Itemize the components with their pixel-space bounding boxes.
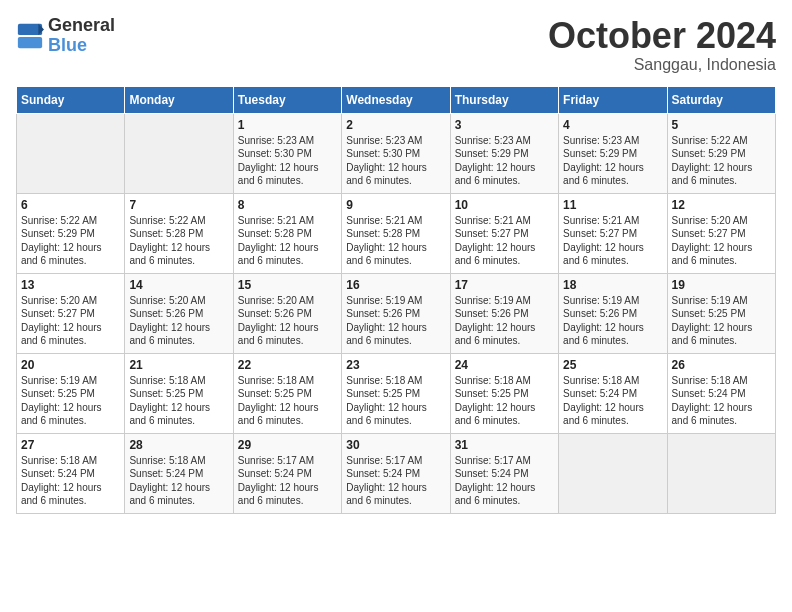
calendar-cell: [17, 113, 125, 193]
day-number: 15: [238, 278, 337, 292]
calendar-cell: 31Sunrise: 5:17 AM Sunset: 5:24 PM Dayli…: [450, 433, 558, 513]
day-number: 8: [238, 198, 337, 212]
day-info: Sunrise: 5:17 AM Sunset: 5:24 PM Dayligh…: [238, 454, 337, 508]
day-number: 26: [672, 358, 771, 372]
day-number: 24: [455, 358, 554, 372]
day-number: 7: [129, 198, 228, 212]
day-number: 25: [563, 358, 662, 372]
calendar-cell: 2Sunrise: 5:23 AM Sunset: 5:30 PM Daylig…: [342, 113, 450, 193]
day-number: 28: [129, 438, 228, 452]
day-info: Sunrise: 5:19 AM Sunset: 5:26 PM Dayligh…: [455, 294, 554, 348]
logo-line1: General: [48, 16, 115, 36]
day-header: Wednesday: [342, 86, 450, 113]
calendar-cell: 16Sunrise: 5:19 AM Sunset: 5:26 PM Dayli…: [342, 273, 450, 353]
calendar-week-row: 27Sunrise: 5:18 AM Sunset: 5:24 PM Dayli…: [17, 433, 776, 513]
calendar-cell: 17Sunrise: 5:19 AM Sunset: 5:26 PM Dayli…: [450, 273, 558, 353]
page-header: General Blue October 2024 Sanggau, Indon…: [16, 16, 776, 74]
day-info: Sunrise: 5:17 AM Sunset: 5:24 PM Dayligh…: [455, 454, 554, 508]
day-number: 10: [455, 198, 554, 212]
day-number: 11: [563, 198, 662, 212]
day-number: 1: [238, 118, 337, 132]
calendar-cell: 22Sunrise: 5:18 AM Sunset: 5:25 PM Dayli…: [233, 353, 341, 433]
calendar-cell: 5Sunrise: 5:22 AM Sunset: 5:29 PM Daylig…: [667, 113, 775, 193]
month-title: October 2024: [548, 16, 776, 56]
calendar-cell: 30Sunrise: 5:17 AM Sunset: 5:24 PM Dayli…: [342, 433, 450, 513]
header-row: SundayMondayTuesdayWednesdayThursdayFrid…: [17, 86, 776, 113]
calendar-cell: 6Sunrise: 5:22 AM Sunset: 5:29 PM Daylig…: [17, 193, 125, 273]
calendar-cell: [667, 433, 775, 513]
day-info: Sunrise: 5:20 AM Sunset: 5:27 PM Dayligh…: [672, 214, 771, 268]
calendar-week-row: 20Sunrise: 5:19 AM Sunset: 5:25 PM Dayli…: [17, 353, 776, 433]
day-number: 3: [455, 118, 554, 132]
day-info: Sunrise: 5:23 AM Sunset: 5:30 PM Dayligh…: [346, 134, 445, 188]
calendar-cell: 18Sunrise: 5:19 AM Sunset: 5:26 PM Dayli…: [559, 273, 667, 353]
day-number: 18: [563, 278, 662, 292]
calendar-cell: 20Sunrise: 5:19 AM Sunset: 5:25 PM Dayli…: [17, 353, 125, 433]
day-info: Sunrise: 5:17 AM Sunset: 5:24 PM Dayligh…: [346, 454, 445, 508]
day-info: Sunrise: 5:19 AM Sunset: 5:26 PM Dayligh…: [346, 294, 445, 348]
day-info: Sunrise: 5:21 AM Sunset: 5:27 PM Dayligh…: [563, 214, 662, 268]
day-info: Sunrise: 5:18 AM Sunset: 5:24 PM Dayligh…: [672, 374, 771, 428]
logo-text: General Blue: [48, 16, 115, 56]
day-info: Sunrise: 5:20 AM Sunset: 5:26 PM Dayligh…: [129, 294, 228, 348]
day-number: 13: [21, 278, 120, 292]
day-number: 14: [129, 278, 228, 292]
calendar-cell: 11Sunrise: 5:21 AM Sunset: 5:27 PM Dayli…: [559, 193, 667, 273]
calendar-cell: 27Sunrise: 5:18 AM Sunset: 5:24 PM Dayli…: [17, 433, 125, 513]
calendar-week-row: 1Sunrise: 5:23 AM Sunset: 5:30 PM Daylig…: [17, 113, 776, 193]
day-number: 21: [129, 358, 228, 372]
day-header: Monday: [125, 86, 233, 113]
day-info: Sunrise: 5:23 AM Sunset: 5:29 PM Dayligh…: [563, 134, 662, 188]
day-info: Sunrise: 5:19 AM Sunset: 5:25 PM Dayligh…: [21, 374, 120, 428]
day-number: 12: [672, 198, 771, 212]
calendar-cell: [559, 433, 667, 513]
calendar-cell: 12Sunrise: 5:20 AM Sunset: 5:27 PM Dayli…: [667, 193, 775, 273]
day-info: Sunrise: 5:21 AM Sunset: 5:28 PM Dayligh…: [238, 214, 337, 268]
day-info: Sunrise: 5:18 AM Sunset: 5:24 PM Dayligh…: [563, 374, 662, 428]
calendar-week-row: 6Sunrise: 5:22 AM Sunset: 5:29 PM Daylig…: [17, 193, 776, 273]
day-info: Sunrise: 5:21 AM Sunset: 5:28 PM Dayligh…: [346, 214, 445, 268]
location: Sanggau, Indonesia: [548, 56, 776, 74]
day-info: Sunrise: 5:21 AM Sunset: 5:27 PM Dayligh…: [455, 214, 554, 268]
day-number: 6: [21, 198, 120, 212]
day-header: Friday: [559, 86, 667, 113]
day-info: Sunrise: 5:18 AM Sunset: 5:25 PM Dayligh…: [129, 374, 228, 428]
day-info: Sunrise: 5:22 AM Sunset: 5:29 PM Dayligh…: [21, 214, 120, 268]
day-info: Sunrise: 5:22 AM Sunset: 5:29 PM Dayligh…: [672, 134, 771, 188]
day-number: 29: [238, 438, 337, 452]
calendar-cell: 8Sunrise: 5:21 AM Sunset: 5:28 PM Daylig…: [233, 193, 341, 273]
calendar-cell: 9Sunrise: 5:21 AM Sunset: 5:28 PM Daylig…: [342, 193, 450, 273]
day-info: Sunrise: 5:19 AM Sunset: 5:25 PM Dayligh…: [672, 294, 771, 348]
calendar-cell: 14Sunrise: 5:20 AM Sunset: 5:26 PM Dayli…: [125, 273, 233, 353]
day-number: 2: [346, 118, 445, 132]
title-block: October 2024 Sanggau, Indonesia: [548, 16, 776, 74]
day-info: Sunrise: 5:22 AM Sunset: 5:28 PM Dayligh…: [129, 214, 228, 268]
day-number: 5: [672, 118, 771, 132]
day-number: 23: [346, 358, 445, 372]
day-info: Sunrise: 5:20 AM Sunset: 5:26 PM Dayligh…: [238, 294, 337, 348]
day-info: Sunrise: 5:18 AM Sunset: 5:24 PM Dayligh…: [129, 454, 228, 508]
day-number: 27: [21, 438, 120, 452]
day-number: 17: [455, 278, 554, 292]
day-number: 19: [672, 278, 771, 292]
calendar-cell: 7Sunrise: 5:22 AM Sunset: 5:28 PM Daylig…: [125, 193, 233, 273]
day-number: 4: [563, 118, 662, 132]
calendar-cell: 26Sunrise: 5:18 AM Sunset: 5:24 PM Dayli…: [667, 353, 775, 433]
svg-rect-1: [18, 37, 42, 48]
day-header: Saturday: [667, 86, 775, 113]
day-number: 16: [346, 278, 445, 292]
day-info: Sunrise: 5:18 AM Sunset: 5:25 PM Dayligh…: [455, 374, 554, 428]
calendar-cell: 29Sunrise: 5:17 AM Sunset: 5:24 PM Dayli…: [233, 433, 341, 513]
calendar-cell: 24Sunrise: 5:18 AM Sunset: 5:25 PM Dayli…: [450, 353, 558, 433]
day-info: Sunrise: 5:20 AM Sunset: 5:27 PM Dayligh…: [21, 294, 120, 348]
day-header: Sunday: [17, 86, 125, 113]
day-number: 9: [346, 198, 445, 212]
day-number: 20: [21, 358, 120, 372]
calendar-cell: 23Sunrise: 5:18 AM Sunset: 5:25 PM Dayli…: [342, 353, 450, 433]
calendar-cell: 25Sunrise: 5:18 AM Sunset: 5:24 PM Dayli…: [559, 353, 667, 433]
calendar-cell: 4Sunrise: 5:23 AM Sunset: 5:29 PM Daylig…: [559, 113, 667, 193]
calendar-cell: [125, 113, 233, 193]
calendar-cell: 3Sunrise: 5:23 AM Sunset: 5:29 PM Daylig…: [450, 113, 558, 193]
day-info: Sunrise: 5:19 AM Sunset: 5:26 PM Dayligh…: [563, 294, 662, 348]
day-number: 31: [455, 438, 554, 452]
